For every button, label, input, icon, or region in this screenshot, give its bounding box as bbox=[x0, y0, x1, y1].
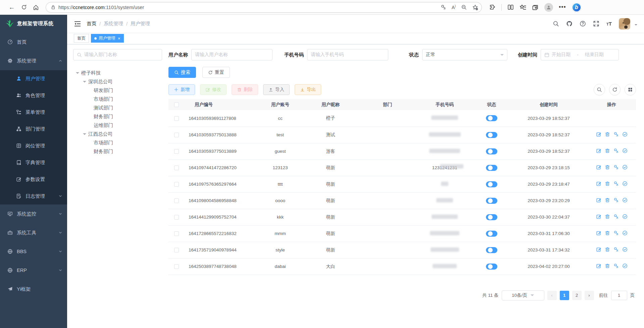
breadcrumb-home[interactable]: 首页 bbox=[87, 20, 96, 27]
sidebar-item-部门管理[interactable]: 部门管理 bbox=[0, 121, 67, 137]
page-button-2[interactable]: 2 bbox=[572, 291, 582, 300]
trash-icon[interactable] bbox=[605, 197, 610, 203]
key-icon[interactable] bbox=[613, 230, 619, 236]
collections-icon[interactable] bbox=[532, 4, 539, 11]
read-aloud-icon[interactable]: A) bbox=[452, 4, 456, 10]
status-toggle[interactable] bbox=[486, 165, 497, 171]
status-toggle[interactable] bbox=[486, 264, 497, 270]
edit-square-icon[interactable] bbox=[596, 181, 601, 186]
trash-icon[interactable] bbox=[605, 214, 610, 219]
row-checkbox[interactable] bbox=[174, 231, 179, 236]
edit-button[interactable]: 修改 bbox=[200, 84, 227, 95]
app-logo[interactable]: 意框架管理系统 bbox=[0, 15, 67, 33]
select-all-checkbox[interactable] bbox=[174, 102, 179, 107]
tree-node-市场部门[interactable]: 市场部门 bbox=[73, 138, 162, 147]
prev-page-button[interactable]: ‹ bbox=[547, 291, 557, 300]
sidebar-item-首页[interactable]: 首页 bbox=[0, 33, 67, 51]
tree-expand-icon[interactable] bbox=[83, 81, 86, 84]
check-circle-icon[interactable] bbox=[622, 197, 628, 203]
sidebar-item-Yi框架[interactable]: Yi框架 bbox=[0, 280, 67, 298]
url-text[interactable]: https://ccnetcore.com:1101/system/user bbox=[58, 5, 438, 10]
search-button[interactable]: 搜索 bbox=[168, 67, 196, 78]
back-icon[interactable]: ← bbox=[7, 2, 17, 12]
sidebar-item-岗位管理[interactable]: 岗位管理 bbox=[0, 137, 67, 154]
key-icon[interactable] bbox=[613, 132, 619, 137]
status-select[interactable]: 正常 bbox=[422, 49, 507, 60]
trash-icon[interactable] bbox=[605, 230, 610, 236]
row-checkbox[interactable] bbox=[174, 215, 179, 220]
extensions-icon[interactable] bbox=[489, 4, 496, 10]
sidebar-item-系统监控[interactable]: 系统监控 bbox=[0, 204, 67, 223]
key-icon[interactable] bbox=[613, 181, 619, 186]
row-checkbox[interactable] bbox=[174, 182, 179, 187]
search-icon[interactable] bbox=[553, 20, 559, 27]
status-toggle[interactable] bbox=[486, 231, 497, 237]
edit-square-icon[interactable] bbox=[596, 132, 601, 137]
status-toggle[interactable] bbox=[486, 181, 497, 187]
sidebar-item-系统工具[interactable]: 系统工具 bbox=[0, 223, 67, 242]
menu-fold-icon[interactable] bbox=[74, 20, 81, 28]
sidebar-item-ERP[interactable]: ERP bbox=[0, 261, 67, 280]
profile-icon[interactable] bbox=[544, 3, 553, 12]
row-checkbox[interactable] bbox=[174, 133, 179, 137]
fullscreen-icon[interactable] bbox=[593, 20, 599, 27]
key-icon[interactable] bbox=[613, 247, 619, 252]
columns-grid-button[interactable] bbox=[625, 84, 636, 95]
show-search-button[interactable] bbox=[594, 84, 605, 95]
status-toggle[interactable] bbox=[486, 247, 497, 253]
edit-square-icon[interactable] bbox=[596, 197, 601, 203]
trash-icon[interactable] bbox=[605, 181, 610, 186]
favorites-bar-icon[interactable] bbox=[519, 4, 526, 11]
check-circle-icon[interactable] bbox=[622, 148, 628, 153]
export-button[interactable]: 导出 bbox=[295, 84, 321, 95]
key-icon[interactable] bbox=[613, 165, 619, 170]
edit-square-icon[interactable] bbox=[596, 148, 601, 153]
row-checkbox[interactable] bbox=[174, 264, 179, 269]
key-icon[interactable] bbox=[613, 263, 619, 269]
home-icon[interactable] bbox=[31, 2, 41, 12]
edit-square-icon[interactable] bbox=[596, 263, 601, 269]
row-checkbox[interactable] bbox=[174, 116, 179, 121]
sidebar-item-菜单管理[interactable]: 菜单管理 bbox=[0, 104, 67, 121]
key-icon[interactable] bbox=[613, 197, 619, 203]
tree-node-测试部门[interactable]: 测试部门 bbox=[73, 103, 162, 112]
address-bar[interactable]: https://ccnetcore.com:1101/system/user A… bbox=[46, 2, 482, 13]
check-circle-icon[interactable] bbox=[622, 214, 628, 219]
tree-node-市场部门[interactable]: 市场部门 bbox=[73, 95, 162, 103]
row-checkbox[interactable] bbox=[174, 149, 179, 154]
trash-icon[interactable] bbox=[605, 263, 610, 269]
phone-input[interactable]: 请输入手机号码 bbox=[307, 49, 388, 60]
edit-square-icon[interactable] bbox=[596, 247, 601, 252]
more-icon[interactable]: ••• bbox=[559, 4, 566, 11]
add-button[interactable]: 新增 bbox=[168, 84, 195, 95]
tab-close-icon[interactable]: × bbox=[118, 36, 120, 41]
sidebar-item-用户管理[interactable]: 用户管理 bbox=[0, 70, 67, 87]
status-toggle[interactable] bbox=[486, 132, 497, 138]
check-circle-icon[interactable] bbox=[622, 247, 628, 252]
zoom-out-icon[interactable] bbox=[461, 4, 467, 10]
trash-icon[interactable] bbox=[605, 165, 610, 170]
edit-square-icon[interactable] bbox=[596, 230, 601, 236]
sidebar-item-角色管理[interactable]: 角色管理 bbox=[0, 87, 67, 104]
row-checkbox[interactable] bbox=[174, 198, 179, 203]
row-checkbox[interactable] bbox=[174, 248, 179, 252]
favorite-add-icon[interactable] bbox=[472, 4, 478, 10]
sidebar-item-BBS[interactable]: BBS bbox=[0, 242, 67, 261]
avatar[interactable] bbox=[619, 18, 630, 30]
sidebar-item-日志管理[interactable]: 日志管理 bbox=[0, 188, 67, 204]
status-toggle[interactable] bbox=[486, 214, 497, 220]
goto-page-input[interactable]: 1 bbox=[611, 291, 627, 300]
key-icon[interactable] bbox=[613, 214, 619, 219]
trash-icon[interactable] bbox=[605, 132, 610, 137]
avatar-caret-icon[interactable] bbox=[635, 24, 637, 27]
refresh-icon[interactable] bbox=[19, 2, 29, 12]
status-toggle[interactable] bbox=[486, 148, 497, 154]
edit-square-icon[interactable] bbox=[596, 165, 601, 170]
trash-icon[interactable] bbox=[605, 247, 610, 252]
check-circle-icon[interactable] bbox=[622, 181, 628, 186]
page-size-select[interactable]: 10条/页 bbox=[502, 290, 544, 300]
breadcrumb-system[interactable]: 系统管理 bbox=[104, 20, 123, 27]
tree-node-研发部门[interactable]: 研发部门 bbox=[73, 86, 162, 95]
tree-node-运维部门[interactable]: 运维部门 bbox=[73, 121, 162, 130]
status-toggle[interactable] bbox=[486, 115, 497, 121]
